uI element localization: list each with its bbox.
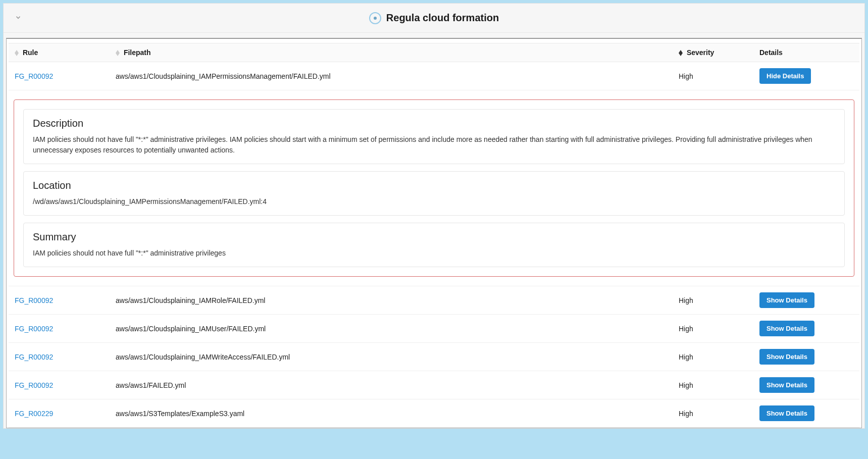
- card-body: IAM policies should not have full "*:*" …: [33, 248, 835, 259]
- svg-marker-5: [679, 53, 683, 56]
- column-header-filepath[interactable]: Filepath: [110, 43, 673, 62]
- column-label: Rule: [23, 48, 38, 57]
- card-title: Description: [33, 118, 835, 129]
- card-title: Location: [33, 180, 835, 191]
- show-details-button[interactable]: Show Details: [759, 349, 814, 365]
- rule-link[interactable]: FG_R00092: [15, 381, 53, 389]
- location-card: Location/wd/aws/aws1/Cloudsplaining_IAMP…: [23, 171, 845, 216]
- description-card: DescriptionIAM policies should not have …: [23, 109, 845, 164]
- severity-cell: High: [673, 62, 753, 90]
- details-panel: DescriptionIAM policies should not have …: [14, 99, 854, 277]
- column-label: Severity: [687, 48, 714, 57]
- show-details-button[interactable]: Show Details: [759, 292, 814, 308]
- details-row: DescriptionIAM policies should not have …: [9, 90, 859, 286]
- summary-card: SummaryIAM policies should not have full…: [23, 223, 845, 267]
- page-header: Regula cloud formation: [4, 4, 864, 33]
- table-row: FG_R00229aws/aws1/S3Templates/ExampleS3.…: [9, 399, 859, 428]
- rule-link[interactable]: FG_R00229: [15, 410, 53, 418]
- severity-cell: High: [673, 371, 753, 399]
- logo-icon: [369, 12, 381, 24]
- show-details-button[interactable]: Show Details: [759, 405, 814, 421]
- severity-cell: High: [673, 399, 753, 428]
- table-row: FG_R00092aws/aws1/Cloudsplaining_IAMPerm…: [9, 62, 859, 90]
- filepath-cell: aws/aws1/Cloudsplaining_IAMRole/FAILED.y…: [110, 286, 673, 315]
- filepath-cell: aws/aws1/Cloudsplaining_IAMUser/FAILED.y…: [110, 315, 673, 343]
- rule-link[interactable]: FG_R00092: [15, 353, 53, 361]
- rule-link[interactable]: FG_R00092: [15, 72, 53, 80]
- card-body: IAM policies should not have full "*:*" …: [33, 134, 835, 156]
- column-label: Filepath: [124, 48, 151, 57]
- card-body: /wd/aws/aws1/Cloudsplaining_IAMPermissio…: [33, 196, 835, 207]
- results-table-wrap: Rule Filepath: [7, 39, 861, 428]
- filepath-cell: aws/aws1/Cloudsplaining_IAMWriteAccess/F…: [110, 343, 673, 371]
- hide-details-button[interactable]: Hide Details: [759, 68, 811, 84]
- severity-cell: High: [673, 343, 753, 371]
- table-row: FG_R00092aws/aws1/FAILED.ymlHighShow Det…: [9, 371, 859, 399]
- severity-cell: High: [673, 315, 753, 343]
- column-header-rule[interactable]: Rule: [9, 43, 110, 62]
- show-details-button[interactable]: Show Details: [759, 321, 814, 336]
- app-wrapper: Regula cloud formation Rule: [3, 3, 865, 429]
- svg-marker-1: [15, 53, 19, 56]
- header-title-wrap: Regula cloud formation: [369, 12, 499, 24]
- column-label: Details: [759, 48, 783, 57]
- show-details-button[interactable]: Show Details: [759, 377, 814, 393]
- rule-link[interactable]: FG_R00092: [15, 296, 53, 304]
- column-header-details: Details: [753, 43, 859, 62]
- page-title: Regula cloud formation: [386, 12, 499, 24]
- table-row: FG_R00092aws/aws1/Cloudsplaining_IAMRole…: [9, 286, 859, 315]
- content-panel: Rule Filepath: [6, 38, 862, 428]
- rule-link[interactable]: FG_R00092: [15, 325, 53, 333]
- sort-icon: [116, 50, 120, 56]
- svg-marker-3: [116, 53, 120, 56]
- sort-icon: [15, 50, 19, 56]
- table-row: FG_R00092aws/aws1/Cloudsplaining_IAMUser…: [9, 315, 859, 343]
- sort-icon: [679, 50, 683, 56]
- filepath-cell: aws/aws1/FAILED.yml: [110, 371, 673, 399]
- chevron-down-icon[interactable]: [15, 14, 22, 22]
- column-header-severity[interactable]: Severity: [673, 43, 753, 62]
- table-row: FG_R00092aws/aws1/Cloudsplaining_IAMWrit…: [9, 343, 859, 371]
- results-table: Rule Filepath: [9, 43, 859, 428]
- severity-cell: High: [673, 286, 753, 315]
- filepath-cell: aws/aws1/Cloudsplaining_IAMPermissionsMa…: [110, 62, 673, 90]
- filepath-cell: aws/aws1/S3Templates/ExampleS3.yaml: [110, 399, 673, 428]
- card-title: Summary: [33, 231, 835, 243]
